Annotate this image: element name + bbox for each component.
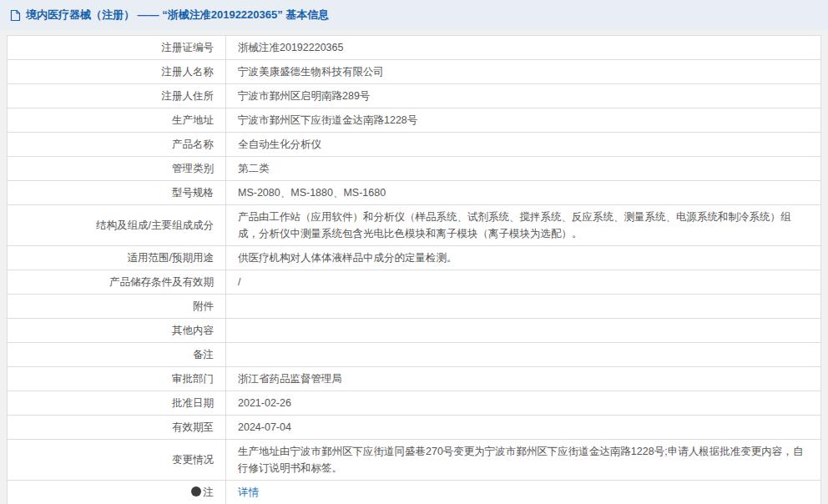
row-label: 审批部门: [8, 367, 226, 391]
table-row: 管理类别 第二类: [8, 157, 821, 181]
row-value: [226, 319, 821, 343]
row-label: 其他内容: [8, 319, 226, 343]
table-row: 变更情况 生产地址由宁波市鄞州区下应街道同盛巷270号变更为宁波市鄞州区下应街道…: [8, 440, 821, 481]
row-value: 浙江省药品监督管理局: [226, 367, 821, 391]
table-row: 批准日期 2021-02-26: [8, 391, 821, 416]
table-row: 注册人住所 宁波市鄞州区启明南路289号: [8, 84, 821, 108]
table-row: 审批部门 浙江省药品监督管理局: [8, 367, 821, 391]
table-row: 注册证编号 浙械注准20192220365: [8, 36, 821, 60]
row-label: 批准日期: [8, 391, 226, 416]
row-value: MS-2080、MS-1880、MS-1680: [226, 181, 821, 205]
row-label: 适用范围/预期用途: [8, 246, 226, 270]
table-row: 适用范围/预期用途 供医疗机构对人体体液样品中成分的定量检测。: [8, 246, 821, 270]
info-table: 注册证编号 浙械注准20192220365 注册人名称 宁波美康盛德生物科技有限…: [7, 35, 821, 504]
table-row-note: 注 详情: [8, 481, 821, 504]
row-label: 注册人住所: [8, 84, 226, 108]
info-table-wrap: 注册证编号 浙械注准20192220365 注册人名称 宁波美康盛德生物科技有限…: [7, 35, 821, 504]
detail-link[interactable]: 详情: [238, 486, 259, 498]
page-title: 境内医疗器械（注册） —— “浙械注准20192220365” 基本信息: [26, 8, 329, 23]
row-value: 2024-07-04: [226, 416, 821, 440]
table-row: 附件: [8, 295, 821, 319]
row-label: 产品名称: [8, 133, 226, 157]
row-label: 有效期至: [8, 416, 226, 440]
row-value: 宁波美康盛德生物科技有限公司: [226, 60, 821, 84]
row-value: 浙械注准20192220365: [226, 36, 821, 60]
row-label: 生产地址: [8, 108, 226, 133]
table-row: 型号规格 MS-2080、MS-1880、MS-1680: [8, 181, 821, 205]
row-value: 供医疗机构对人体体液样品中成分的定量检测。: [226, 246, 821, 270]
row-value: /: [226, 270, 821, 295]
row-value: 生产地址由宁波市鄞州区下应街道同盛巷270号变更为宁波市鄞州区下应街道金达南路1…: [226, 440, 821, 481]
document-icon: [10, 9, 21, 22]
row-label: 注: [204, 486, 215, 498]
row-label: 结构及组成/主要组成成分: [8, 205, 226, 246]
table-row: 其他内容: [8, 319, 821, 343]
row-value: [226, 295, 821, 319]
row-label: 产品储存条件及有效期: [8, 270, 226, 295]
table-row: 注册人名称 宁波美康盛德生物科技有限公司: [8, 60, 821, 84]
table-row: 结构及组成/主要组成成分 产品由工作站（应用软件）和分析仪（样品系统、试剂系统、…: [8, 205, 821, 246]
page-header: 境内医疗器械（注册） —— “浙械注准20192220365” 基本信息: [0, 0, 828, 30]
row-value: 宁波市鄞州区启明南路289号: [226, 84, 821, 108]
row-label: 变更情况: [8, 440, 226, 481]
table-row: 产品名称 全自动生化分析仪: [8, 133, 821, 157]
row-label: 注册人名称: [8, 60, 226, 84]
table-row: 备注: [8, 343, 821, 367]
row-label: 管理类别: [8, 157, 226, 181]
table-row: 有效期至 2024-07-04: [8, 416, 821, 440]
table-row: 产品储存条件及有效期 /: [8, 270, 821, 295]
row-value: 2021-02-26: [226, 391, 821, 416]
row-label: 注册证编号: [8, 36, 226, 60]
row-label: 备注: [8, 343, 226, 367]
row-label: 型号规格: [8, 181, 226, 205]
row-value: 第二类: [226, 157, 821, 181]
row-value: 产品由工作站（应用软件）和分析仪（样品系统、试剂系统、搅拌系统、反应系统、测量系…: [226, 205, 821, 246]
row-label: 附件: [8, 295, 226, 319]
row-value: 宁波市鄞州区下应街道金达南路1228号: [226, 108, 821, 133]
note-icon: [191, 486, 201, 496]
row-value: 全自动生化分析仪: [226, 133, 821, 157]
table-row: 生产地址 宁波市鄞州区下应街道金达南路1228号: [8, 108, 821, 133]
row-value: [226, 343, 821, 367]
